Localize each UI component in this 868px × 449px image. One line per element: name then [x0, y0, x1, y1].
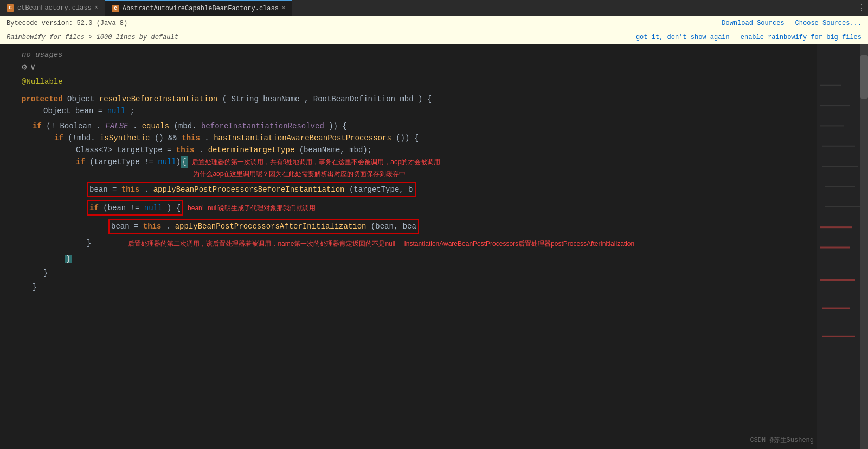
semi1: ; — [130, 107, 134, 115]
type-string: String — [231, 95, 263, 103]
if-targettype-code: if (targetType != null) — [76, 156, 181, 168]
if-synthetic-line: if (!mbd. isSynthetic () && this . hasIn… — [22, 132, 857, 144]
field-bir: beforeInstantiationResolved — [201, 122, 324, 131]
kw-null2: null — [144, 204, 163, 212]
red-box-apply-after: bean = this . applyBeanPostProcessorsAft… — [108, 219, 419, 234]
code-content: no usages ⚙ ∨ @Nullable protected Object… — [0, 49, 868, 293]
close-brace-2: } — [22, 253, 857, 265]
method-hasinstantiation: hasInstantiationAwareBeanPostProcessors — [214, 134, 391, 142]
dot3: . — [199, 146, 203, 154]
svg-rect-4 — [822, 308, 850, 309]
tab-close-1[interactable]: × — [95, 5, 98, 11]
plain9: bean = — [89, 185, 121, 194]
toolbar-chevron-icon[interactable]: ∨ — [30, 62, 36, 73]
tab-more-button[interactable]: ⋮ — [857, 3, 866, 14]
toolbar-row: ⚙ ∨ — [11, 61, 857, 74]
red-box-if-bean: if (bean != null ) { — [87, 200, 183, 216]
vertical-scrollbar[interactable] — [860, 44, 868, 449]
svg-rect-11 — [825, 186, 855, 187]
plain2: (mbd. — [174, 122, 197, 131]
plain10: (targetType, b — [349, 185, 413, 194]
cn-comment-4: 后置处理器的第二次调用，该后置处理器若被调用，name第一次的处理器肯定返回的不… — [128, 238, 395, 250]
kw-this2: this — [176, 146, 195, 154]
svg-rect-2 — [820, 247, 850, 249]
type-boolean: Boolean — [60, 122, 92, 131]
svg-rect-6 — [820, 85, 841, 86]
apply-before-line: bean = this . applyBeanPostProcessorsBef… — [22, 182, 857, 197]
paren-open: ( — [222, 95, 227, 103]
warn-bar-actions: got it, don't show again enable rainbowi… — [636, 34, 861, 41]
bean-null-line: Object bean = null ; — [22, 105, 857, 117]
toolbar-icon-1[interactable]: ⚙ — [22, 62, 27, 73]
plain14: (bean, bea — [371, 222, 416, 231]
cn-comment-block: 后置处理器的第二次调用，该后置处理器若被调用，name第一次的处理器肯定返回的不… — [124, 237, 634, 249]
if-targettype-line: if (targetType != null) { 后置处理器的第一次调用，共有… — [22, 156, 857, 168]
svg-rect-5 — [822, 336, 855, 337]
enable-rainbowify-link[interactable]: enable rainbowify for big files — [741, 34, 861, 41]
signature-line: protected Object resolveBeforeInstantiat… — [11, 93, 857, 105]
plain13: bean = — [111, 222, 143, 231]
plain5: () && — [155, 134, 182, 142]
if-boolean-line: if (! Boolean . FALSE . equals (mbd. bef… — [22, 120, 857, 132]
plain8: (beanName, mbd); — [299, 146, 372, 154]
nullable-annotation: @Nullable — [22, 77, 63, 86]
plain11: (bean != — [103, 204, 144, 212]
kw-if2: if — [54, 134, 68, 142]
tab-abstract-factory[interactable]: C AbstractAutowireCapableBeanFactory.cla… — [105, 0, 292, 16]
minimap-svg — [817, 44, 860, 449]
cn-comment-3: bean!=null说明生成了代理对象那我们就调用 — [188, 202, 316, 214]
plain1: (! — [46, 122, 55, 131]
method-equals: equals — [142, 122, 169, 131]
var-targettype: targetType = — [117, 146, 176, 154]
choose-sources-link[interactable]: Choose Sources... — [795, 19, 861, 27]
tab-icon-1: C — [7, 4, 14, 12]
dot4: . — [144, 185, 149, 194]
dot5: . — [166, 222, 170, 231]
scrollbar-thumb[interactable] — [860, 55, 868, 99]
plain12: ) { — [167, 204, 181, 212]
annotation-line: @Nullable — [11, 76, 857, 88]
close-brace-3: } — [22, 267, 857, 279]
kw-if3: if — [89, 204, 103, 212]
red-box-apply-before: bean = this . applyBeanPostProcessorsBef… — [87, 182, 416, 197]
plain6: . — [204, 134, 209, 142]
bytecode-version-label: Bytecode version: 52.0 (Java 8) — [7, 19, 127, 27]
kw-protected: protected — [22, 95, 67, 103]
warn-bar-rainbowify: Rainbowify for files > 1000 lines by def… — [0, 30, 868, 44]
cn-comment-line2: 为什么aop在这里调用呢？因为在此处需要解析出对应的切面保存到缓存中 — [22, 168, 857, 180]
svg-rect-1 — [820, 226, 852, 228]
type-object: Object — [67, 95, 99, 103]
tab-close-2[interactable]: × — [282, 5, 285, 11]
paren-close: ) { — [418, 95, 432, 103]
download-sources-link[interactable]: Download Sources — [722, 19, 784, 27]
minimap-content — [817, 44, 860, 449]
method-name: resolveBeforeInstantiation — [99, 95, 217, 103]
method-applyafter: applyBeanPostProcessorsAfterInitializati… — [175, 222, 367, 231]
kw-this3: this — [121, 185, 140, 194]
if-bean-null-line: if (bean != null ) { bean!=null说明生成了代理对象… — [22, 200, 857, 216]
svg-rect-7 — [820, 105, 850, 106]
teal-close-brace: } — [65, 255, 72, 263]
no-usages-text: no usages — [11, 48, 74, 59]
plain7: ()) { — [396, 134, 419, 142]
param-mbd: mbd — [400, 95, 413, 103]
apply-after-line: bean = this . applyBeanPostProcessorsAft… — [22, 219, 857, 234]
cn-comment-1: 后置处理器的第一次调用，共有9处地调用，事务在这里不会被调用，aop的才会被调用 — [192, 156, 441, 168]
type-object2: Object — [43, 107, 75, 115]
method-determine: determineTargetType — [208, 146, 295, 154]
tab-label-2: AbstractAutowireCapableBeanFactory.class — [123, 5, 279, 12]
tab-bean-factory[interactable]: C ctBeanFactory.class × — [0, 0, 105, 16]
svg-rect-9 — [822, 146, 855, 147]
kw-null: null — [107, 107, 126, 115]
minimap[interactable] — [817, 44, 860, 449]
got-it-link[interactable]: got it, don't show again — [636, 34, 730, 41]
no-usages-line: no usages — [11, 49, 857, 61]
svg-rect-8 — [820, 125, 844, 126]
rainbowify-label: Rainbowify for files > 1000 lines by def… — [7, 34, 178, 41]
var-bean: bean = — [75, 107, 107, 115]
plain-close-3: } — [33, 283, 37, 291]
field-false: FALSE — [105, 122, 128, 131]
cn-comment-5: InstantiationAwareBeanPostProcessors后置处理… — [404, 238, 635, 250]
teal-brace: { — [181, 156, 187, 168]
kw-this4: this — [143, 222, 162, 231]
